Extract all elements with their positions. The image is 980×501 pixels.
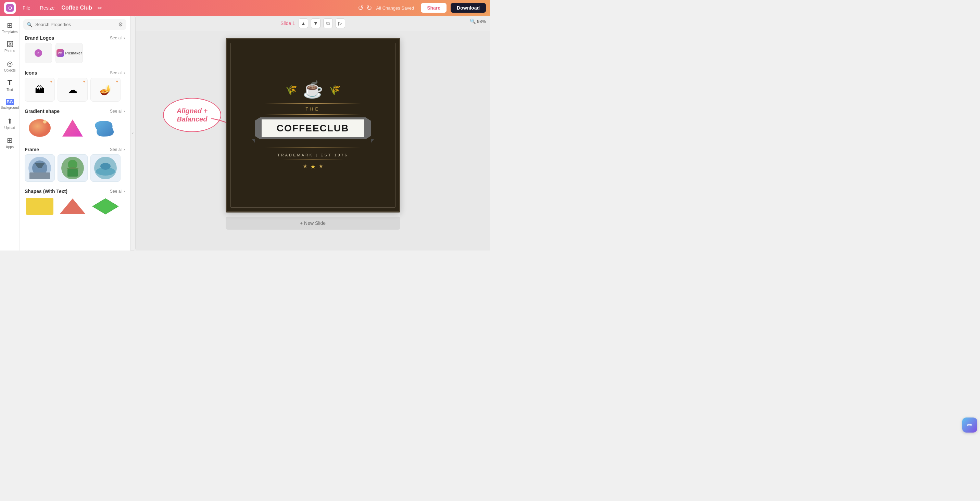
canvas-content: Aligned +Balanced	[135, 31, 490, 251]
shape-text-2[interactable]	[57, 196, 88, 217]
slide-duplicate-button[interactable]: ⧉	[323, 19, 333, 28]
upload-icon: ⬆	[7, 117, 13, 125]
sidebar-panel: 🔍 ⚙ Brand Logos See all › P Pm Picmaker …	[20, 16, 130, 251]
slide-label: Slide 1	[280, 21, 295, 26]
brand-logo-picmaker[interactable]: Pm Picmaker	[56, 43, 83, 63]
slide-down-button[interactable]: ▼	[311, 19, 320, 28]
gradient-shape-3[interactable]	[91, 116, 121, 140]
text-icon: T	[8, 78, 12, 87]
sidebar-collapse-handle[interactable]: ‹	[130, 16, 135, 251]
icon-fav-3: ♥	[116, 79, 118, 84]
icons-header: Icons See all ›	[20, 67, 130, 78]
text-label: Text	[6, 88, 13, 92]
icon-item-mountain[interactable]: 🏔 ♥	[25, 78, 55, 101]
picmaker-text: Picmaker	[65, 51, 82, 55]
sidebar-item-background[interactable]: BG Background	[1, 95, 19, 113]
frame-item-1[interactable]	[25, 154, 55, 182]
sidebar-item-objects[interactable]: ◎ Objects	[1, 57, 19, 75]
icon-bar: ⊞ Templates 🖼 Photos ◎ Objects T Text BG…	[0, 16, 20, 251]
slide-present-button[interactable]: ▷	[336, 19, 345, 28]
coffee-cup-icon: ☕	[303, 80, 323, 99]
photos-label: Photos	[5, 49, 15, 53]
background-icon: BG	[6, 99, 14, 105]
objects-label: Objects	[4, 68, 16, 72]
collapse-icon: ‹	[132, 131, 134, 136]
filter-icon[interactable]: ⚙	[118, 21, 123, 28]
gold-line-footer	[282, 159, 344, 160]
svg-point-15	[100, 163, 111, 170]
upload-label: Upload	[5, 126, 16, 130]
wheat-left-icon: 🌾	[285, 84, 297, 95]
apps-label: Apps	[6, 145, 14, 149]
frame-item-3[interactable]	[91, 154, 121, 182]
star-2: ★	[310, 163, 316, 170]
share-button[interactable]: Share	[421, 3, 447, 13]
speech-bubble-container: Aligned +Balanced	[163, 98, 221, 132]
icon-item-cloud[interactable]: ☁ ♥	[57, 78, 88, 101]
icon-item-ornament[interactable]: 🪔 ♥	[91, 78, 121, 101]
slide-up-button[interactable]: ▲	[299, 19, 308, 28]
frame-item-2[interactable]	[57, 154, 88, 182]
project-title: Coffee Club	[61, 5, 92, 11]
star-1: ★	[303, 163, 307, 170]
svg-marker-5	[62, 119, 83, 136]
sidebar-item-apps[interactable]: ⊞ Apps	[1, 133, 19, 151]
trademark-text: TRADEMARK | EST 1976	[277, 153, 348, 157]
shapes-text-see-all[interactable]: See all ›	[110, 189, 125, 194]
shape-text-1[interactable]	[25, 196, 55, 217]
main-layout: ⊞ Templates 🖼 Photos ◎ Objects T Text BG…	[0, 16, 490, 251]
shapes-text-header: Shapes (With Text) See all ›	[20, 186, 130, 196]
wheat-right-icon: 🌾	[329, 84, 341, 95]
sidebar-item-upload[interactable]: ⬆ Upload	[1, 114, 19, 132]
gold-line-bottom	[265, 147, 361, 147]
picmaker-logo-content: Pm Picmaker	[57, 49, 82, 57]
the-text: THE	[306, 107, 320, 111]
design-canvas[interactable]: 🌾 ☕ 🌾 THE COFFEECLUB	[226, 38, 400, 212]
undo-button[interactable]: ↺	[358, 4, 364, 12]
frame-see-all[interactable]: See all ›	[110, 147, 125, 152]
gradient-shape-2[interactable]	[57, 116, 88, 140]
resize-menu[interactable]: Resize	[37, 4, 57, 12]
gradient-shape-header: Gradient shape See all ›	[20, 106, 130, 116]
apps-icon: ⊞	[7, 136, 13, 144]
app-logo[interactable]: ⬡	[4, 2, 16, 14]
edit-title-icon[interactable]: ✏	[98, 5, 102, 11]
icons-row: 🏔 ♥ ☁ ♥ 🪔 ♥	[20, 78, 130, 106]
icon-fav-1: ♥	[50, 79, 52, 84]
coffeeclub-text: COFFEECLUB	[277, 123, 349, 134]
brand-logos-see-all[interactable]: See all ›	[110, 36, 125, 40]
brand-logo-picmaker-alt[interactable]: P	[25, 43, 52, 63]
icons-see-all[interactable]: See all ›	[110, 70, 125, 75]
sidebar-item-templates[interactable]: ⊞ Templates	[1, 19, 19, 36]
shapes-text-title: Shapes (With Text)	[25, 189, 67, 194]
sidebar-item-photos[interactable]: 🖼 Photos	[1, 38, 19, 55]
canvas-toolbar: Slide 1 ▲ ▼ ⧉ ▷	[135, 16, 490, 31]
gradient-shape-1[interactable]	[25, 116, 55, 140]
svg-point-3	[43, 120, 46, 124]
svg-rect-12	[67, 169, 78, 177]
file-menu[interactable]: File	[20, 4, 33, 12]
search-bar: 🔍 ⚙	[23, 19, 126, 30]
star-3: ★	[318, 163, 323, 170]
download-button[interactable]: Download	[450, 3, 486, 13]
templates-icon: ⊞	[7, 21, 13, 29]
svg-text:⬡: ⬡	[8, 6, 12, 11]
svg-rect-16	[26, 198, 53, 215]
redo-button[interactable]: ↻	[366, 4, 372, 12]
objects-icon: ◎	[7, 60, 13, 68]
save-status: All Changes Saved	[376, 5, 414, 11]
shapes-text-row	[20, 196, 130, 221]
search-input[interactable]	[35, 22, 115, 27]
new-slide-bar[interactable]: + New Slide	[226, 217, 400, 230]
sidebar-item-text[interactable]: T Text	[1, 76, 19, 94]
search-icon: 🔍	[27, 22, 33, 27]
background-label: Background	[1, 106, 19, 109]
templates-label: Templates	[2, 30, 18, 34]
shape-text-3[interactable]	[91, 196, 121, 217]
banner-wing-right	[371, 139, 374, 143]
gradient-shape-see-all[interactable]: See all ›	[110, 109, 125, 114]
svg-marker-17	[92, 198, 118, 214]
brand-logo-icon-1: P	[35, 49, 42, 57]
svg-point-2	[29, 119, 51, 137]
frames-row	[20, 154, 130, 186]
